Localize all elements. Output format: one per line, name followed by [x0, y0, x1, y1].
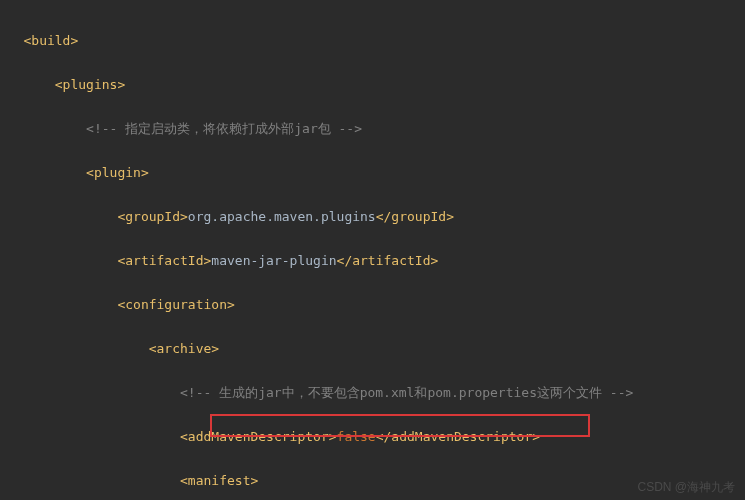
comment-1: <!-- 指定启动类，将依赖打成外部jar包 -->	[86, 121, 362, 136]
tag-groupid-close: </groupId>	[376, 209, 454, 224]
code-editor[interactable]: <build> <plugins> <!-- 指定启动类，将依赖打成外部jar包…	[0, 8, 745, 500]
tag-artifactid-open: <artifactId>	[117, 253, 211, 268]
tag-plugin-open: <plugin>	[86, 165, 149, 180]
watermark-text: CSDN @海神九考	[637, 479, 735, 496]
val-artifactid: maven-jar-plugin	[211, 253, 336, 268]
comment-2: <!-- 生成的jar中，不要包含pom.xml和pom.properties这…	[180, 385, 633, 400]
val-groupid: org.apache.maven.plugins	[188, 209, 376, 224]
tag-addmavend-close: </addMavenDescriptor>	[376, 429, 540, 444]
tag-manifest-open: <manifest>	[180, 473, 258, 488]
tag-plugins-open: <plugins>	[55, 77, 125, 92]
tag-groupid-open: <groupId>	[117, 209, 187, 224]
tag-configuration-open: <configuration>	[117, 297, 234, 312]
tag-artifactid-close: </artifactId>	[337, 253, 439, 268]
tag-archive-open: <archive>	[149, 341, 219, 356]
tag-build-open: <build>	[23, 33, 78, 48]
tag-addmavend-open: <addMavenDescriptor>	[180, 429, 337, 444]
val-addmavend: false	[337, 429, 376, 444]
